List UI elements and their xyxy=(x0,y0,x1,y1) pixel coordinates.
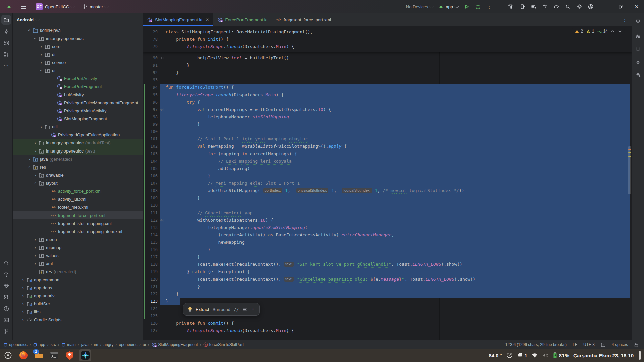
breadcrumb-im[interactable]: im xyxy=(94,342,98,347)
chevron-right-icon[interactable]: › xyxy=(33,261,38,266)
code-line-121[interactable]: 121 } xyxy=(143,283,632,290)
tree-item-privilegedmainactivity[interactable]: CKPrivilegedMainActivity xyxy=(12,107,143,115)
code-line-107[interactable]: 107 // Yeni mapping ekle: Slot 1 Port 1 xyxy=(143,180,632,187)
tree-item-fragment-slot-mapping-item-xml[interactable]: </>fragment_slot_mapping_item.xml xyxy=(12,227,143,235)
tree-item-util[interactable]: ›util xyxy=(12,123,143,131)
terminal-tool-button[interactable] xyxy=(1,315,11,325)
file-manager-taskbar-button[interactable]: 3 xyxy=(33,349,45,361)
code-line-127[interactable]: 127 lifecycleScope.launch(Dispatchers.Ma… xyxy=(143,327,632,335)
battery-indicator[interactable]: 81% xyxy=(553,352,569,359)
logcat-tool-button[interactable] xyxy=(1,292,11,302)
chevron-right-icon[interactable]: › xyxy=(20,285,26,290)
inspection-highlight-icon[interactable] xyxy=(601,342,606,347)
chevron-down-icon[interactable]: › xyxy=(33,36,38,41)
restore-button[interactable] xyxy=(613,0,628,13)
code-line-92[interactable]: 92 } xyxy=(143,69,632,76)
search-everywhere-button[interactable] xyxy=(563,2,573,12)
chevron-right-icon[interactable]: › xyxy=(33,245,38,250)
breadcrumb-src[interactable]: src xyxy=(51,342,56,347)
more-actions-button[interactable]: ⋮ xyxy=(251,307,255,312)
chevron-right-icon[interactable]: › xyxy=(20,317,26,322)
chevron-right-icon[interactable]: › xyxy=(39,60,44,65)
tree-item-im-angry-openeuicc[interactable]: ›im.angry.openeuicc(androidTest) xyxy=(12,139,143,147)
line-ending[interactable]: LF xyxy=(573,342,577,347)
tree-item-service[interactable]: ›service xyxy=(12,58,143,66)
build-analyzer-button[interactable] xyxy=(529,2,539,12)
tree-item-im-angry-openeuicc[interactable]: ›im.angry.openeuicc(test) xyxy=(12,147,143,155)
code-line-120[interactable]: 120 Toast.makeText(requireContext(), tex… xyxy=(143,276,632,283)
tree-item-app-deps[interactable]: ›app-deps xyxy=(12,284,143,292)
code-line-104[interactable]: 104 // Eski mapping'leri kopyala xyxy=(143,158,632,165)
app-launcher-taskbar-button[interactable] xyxy=(2,349,14,361)
assistant-tool-button[interactable] xyxy=(633,69,643,79)
tree-item-core[interactable]: ›core xyxy=(12,42,143,50)
find-tool-button[interactable] xyxy=(1,258,11,268)
tree-item-im-angry-openeuicc[interactable]: ›im.angry.openeuicc xyxy=(12,34,143,42)
project-folder-tool-button[interactable] xyxy=(1,15,11,25)
breadcrumb-app[interactable]: app xyxy=(33,342,45,347)
tree-item-privilegedeuiccmanagementfragment[interactable]: CKPrivilegedEuiccManagementFragment xyxy=(12,99,143,107)
brave-taskbar-button[interactable] xyxy=(64,349,76,361)
notification-indicator[interactable]: 1 xyxy=(517,352,527,358)
chevron-right-icon[interactable]: › xyxy=(39,52,44,57)
chevron-right-icon[interactable]: › xyxy=(20,301,26,306)
code-line-94[interactable]: 94fun forceSimToSlotPort() { xyxy=(143,84,632,91)
code-line-79[interactable]: 79 lifecycleScope.launch(Dispatchers.Mai… xyxy=(143,43,632,50)
tree-item-libs[interactable]: ›libs xyxy=(12,308,143,316)
code-line-108[interactable]: 108 add(UiccSlotMapping( portIndex: 1, p… xyxy=(143,187,632,194)
code-line-99[interactable]: 99 } xyxy=(143,121,632,128)
code-line-118[interactable]: 118 Toast.makeText(requireContext(), tex… xyxy=(143,261,632,268)
breadcrumb-slotmappingfragment[interactable]: CKSlotMappingFragment xyxy=(151,342,198,348)
temperature-indicator[interactable]: 84.0 ° xyxy=(489,353,502,358)
code-line-78[interactable]: 78 private fun init() { xyxy=(143,36,632,43)
profiler-button[interactable] xyxy=(540,2,550,12)
chevron-down-icon[interactable]: › xyxy=(39,68,44,73)
tree-item-luiactivity[interactable]: CKLuiActivity xyxy=(12,90,143,99)
code-line-126[interactable]: 126 private fun commit() { xyxy=(143,320,632,327)
inspections-widget[interactable]: 2 1 14 xyxy=(572,28,625,35)
gradle-sync-button[interactable] xyxy=(551,2,561,12)
breadcrumb-openeuicc[interactable]: openeuicc xyxy=(3,342,28,347)
surround-button[interactable]: Surround xyxy=(212,307,230,312)
more-tool-windows-tool-button[interactable]: ⋯ xyxy=(1,61,11,70)
tree-item-buildsrc[interactable]: ›buildSrc xyxy=(12,300,143,308)
tree-item-xml[interactable]: ›xml xyxy=(12,259,143,267)
tree-item-forceportfragment[interactable]: CKForcePortFragment xyxy=(12,82,143,90)
reformat-icon[interactable] xyxy=(243,307,248,312)
tree-item-kotlin-java[interactable]: ›kotlin+java xyxy=(12,26,143,34)
chevron-down-icon[interactable]: › xyxy=(26,164,32,170)
notifications-tool-button[interactable] xyxy=(633,16,643,26)
run-button[interactable] xyxy=(462,2,472,12)
breadcrumb-main[interactable]: main xyxy=(61,342,76,347)
tree-item-fragment-force-port-xml[interactable]: </>fragment_force_port.xml xyxy=(12,211,143,219)
tree-item-app-common[interactable]: ›app-common xyxy=(12,276,143,284)
version-control-tool-button[interactable] xyxy=(1,326,11,336)
indent-setting[interactable]: 4 spaces xyxy=(612,342,628,347)
chevron-down-icon[interactable] xyxy=(35,17,40,21)
tree-item-menu[interactable]: ›menu xyxy=(12,235,143,243)
breadcrumb-ui[interactable]: ui xyxy=(143,342,146,347)
code-line-109[interactable]: 109 } xyxy=(143,194,632,202)
build-variants-tool-button[interactable] xyxy=(633,31,643,41)
main-menu-button[interactable] xyxy=(19,2,29,12)
build-button[interactable] xyxy=(506,2,516,12)
code-line-96[interactable]: 96 try { xyxy=(143,99,632,106)
device-manager-button[interactable] xyxy=(517,2,527,12)
code-line-90[interactable]: 90 helpTextView.text = buildHelpText() xyxy=(143,54,632,62)
settings-button[interactable] xyxy=(574,2,584,12)
code-line-105[interactable]: 105 add(mapping) xyxy=(143,165,632,172)
build-tool-button[interactable] xyxy=(1,269,11,279)
pull-requests-tool-button[interactable] xyxy=(1,49,11,59)
more-run-options-button[interactable]: ⋮ xyxy=(484,2,494,12)
readonly-toggle-icon[interactable] xyxy=(634,342,639,347)
editor-scrollbar[interactable] xyxy=(627,26,632,340)
code-line-113[interactable]: 113 telephonyManager.updateSimSlotMappin… xyxy=(143,224,632,231)
tree-item-app-unpriv[interactable]: ›app-unpriv xyxy=(12,292,143,300)
chevron-right-icon[interactable]: › xyxy=(20,277,26,282)
chevron-right-icon[interactable]: › xyxy=(20,293,26,298)
tab-forceportfragment-kt[interactable]: CKForcePortFragment.kt xyxy=(213,13,272,26)
run-configuration-selector[interactable]: app xyxy=(436,3,460,11)
chevron-right-icon[interactable]: › xyxy=(33,140,38,145)
tree-item-layout[interactable]: ›layout xyxy=(12,179,143,187)
tree-item-drawable[interactable]: ›drawable xyxy=(12,171,143,179)
